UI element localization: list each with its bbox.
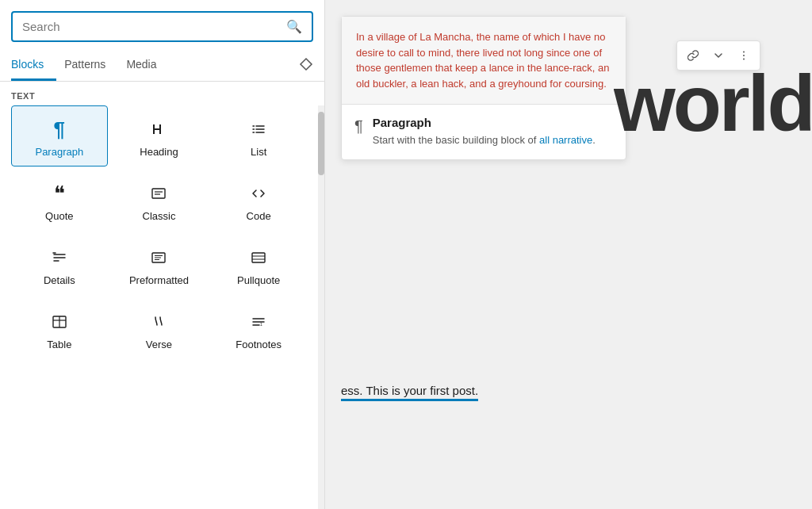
- more-toolbar-button[interactable]: [733, 44, 755, 67]
- quote-label: Quote: [45, 210, 73, 222]
- svg-point-28: [743, 59, 745, 60]
- search-input[interactable]: [22, 20, 286, 33]
- tooltip-desc-link[interactable]: all narrative: [539, 134, 592, 146]
- footnotes-label: Footnotes: [236, 339, 282, 350]
- tooltip-info: ¶ Paragraph Start with the basic buildin…: [342, 105, 626, 159]
- editor-content-line: ess. This is your first post.: [341, 384, 796, 398]
- preformatted-icon: [150, 246, 167, 270]
- tab-patterns[interactable]: Patterns: [64, 50, 118, 81]
- editor-content-text: ess. This is your first post.: [341, 384, 478, 401]
- tooltip-description: Start with the basic building block of a…: [373, 132, 596, 148]
- block-item-paragraph[interactable]: ¶Paragraph: [11, 105, 108, 166]
- block-item-list[interactable]: List: [210, 105, 307, 166]
- tooltip-title: Paragraph: [373, 116, 596, 129]
- heading-icon: [150, 117, 167, 141]
- tooltip-paragraph-icon: ¶: [354, 117, 363, 136]
- svg-rect-6: [152, 189, 165, 198]
- block-item-quote[interactable]: ❝Quote: [11, 170, 108, 231]
- link-toolbar-button[interactable]: [682, 44, 704, 67]
- heading-label: Heading: [140, 146, 178, 158]
- svg-point-27: [743, 55, 745, 56]
- search-container: 🔍: [0, 0, 324, 50]
- tabs-row: Blocks Patterns Media: [0, 50, 324, 82]
- quote-icon: ❝: [54, 182, 65, 205]
- blocks-panel: 🔍 Blocks Patterns Media TEXT ¶ParagraphH…: [0, 0, 325, 509]
- block-item-table[interactable]: Table: [11, 298, 108, 359]
- pullquote-icon: [250, 246, 267, 270]
- pullquote-label: Pullquote: [237, 274, 280, 286]
- tooltip-card: In a village of La Mancha, the name of w…: [341, 16, 626, 160]
- tooltip-desc-start: Start with the basic building block of: [373, 134, 539, 146]
- svg-rect-16: [252, 253, 265, 262]
- search-icon: 🔍: [286, 19, 302, 34]
- transform-icon[interactable]: [299, 57, 313, 75]
- tooltip-content: Paragraph Start with the basic building …: [373, 116, 596, 148]
- svg-point-26: [743, 52, 745, 53]
- tooltip-preview-text: In a village of La Mancha, the name of w…: [356, 31, 609, 90]
- list-label: List: [251, 146, 266, 158]
- details-label: Details: [44, 274, 75, 286]
- footnotes-icon: 1: [250, 310, 267, 334]
- block-item-classic[interactable]: Classic: [111, 170, 208, 231]
- block-item-verse[interactable]: Verse: [111, 298, 208, 359]
- tooltip-preview: In a village of La Mancha, the name of w…: [342, 17, 626, 105]
- code-icon: [250, 182, 267, 205]
- block-item-pullquote[interactable]: Pullquote: [210, 234, 307, 295]
- tab-blocks[interactable]: Blocks: [11, 50, 56, 81]
- tab-media[interactable]: Media: [126, 50, 169, 81]
- code-label: Code: [247, 210, 271, 222]
- classic-label: Classic: [143, 210, 176, 222]
- verse-label: Verse: [146, 339, 172, 350]
- svg-text:1: 1: [260, 322, 262, 327]
- block-item-footnotes[interactable]: 1Footnotes: [210, 298, 307, 359]
- list-icon: [250, 117, 267, 141]
- scrollbar-track[interactable]: [318, 105, 324, 509]
- chevron-toolbar-button[interactable]: [707, 44, 730, 67]
- text-section-label: TEXT: [0, 82, 324, 105]
- table-icon: [51, 310, 68, 334]
- block-item-details[interactable]: Details: [11, 234, 108, 295]
- blocks-grid-container: ¶ParagraphHeadingList❝QuoteClassicCodeDe…: [0, 105, 318, 509]
- block-item-code[interactable]: Code: [210, 170, 307, 231]
- table-label: Table: [47, 339, 71, 350]
- blocks-grid: ¶ParagraphHeadingList❝QuoteClassicCodeDe…: [11, 105, 307, 359]
- tooltip-desc-end: .: [592, 134, 596, 146]
- block-item-preformatted[interactable]: Preformatted: [111, 234, 208, 295]
- scrollbar-thumb[interactable]: [318, 112, 324, 175]
- floating-toolbar: [676, 40, 760, 71]
- bg-heading-text: world: [614, 63, 812, 143]
- editor-panel: In a village of La Mancha, the name of w…: [325, 0, 812, 509]
- search-box: 🔍: [11, 11, 313, 42]
- preformatted-label: Preformatted: [129, 274, 189, 286]
- paragraph-label: Paragraph: [35, 146, 83, 158]
- details-icon: [51, 246, 68, 270]
- paragraph-icon: ¶: [54, 117, 65, 141]
- block-item-heading[interactable]: Heading: [111, 105, 208, 166]
- classic-icon: [150, 182, 167, 205]
- verse-icon: [150, 310, 167, 334]
